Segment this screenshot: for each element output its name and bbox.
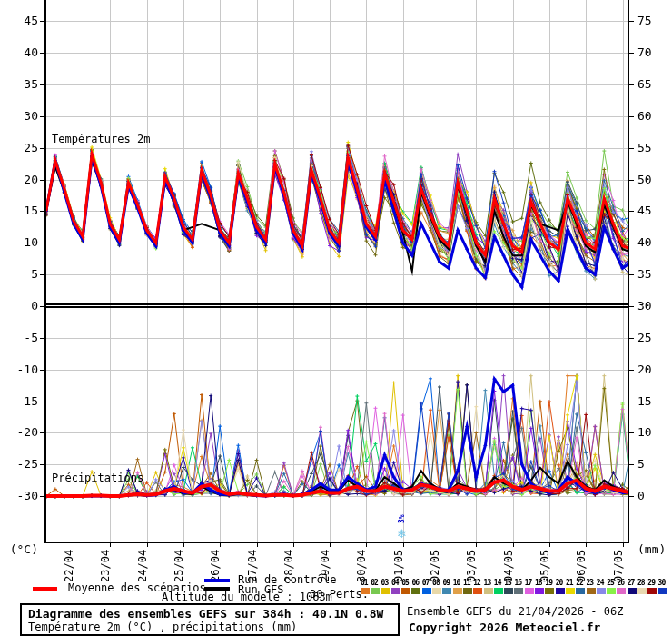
x-axis-date-label: 03/05: [466, 546, 478, 582]
perturbation-number: 24: [597, 579, 604, 587]
perturbation-color-swatch: [371, 588, 380, 594]
footer-box: Diagramme des ensembles GEFS sur 384h : …: [20, 603, 400, 636]
perturbation-number: 21: [566, 579, 573, 587]
perturbation-number: 11: [463, 579, 470, 587]
perturbation-item: 19: [545, 579, 555, 594]
perturbation-color-swatch: [453, 588, 462, 594]
perturbation-color-swatch: [494, 588, 503, 594]
right-axis-tick-label: 30: [637, 300, 672, 313]
perturbation-item: 14: [494, 579, 504, 594]
x-axis-date-label: 06/05: [576, 546, 588, 582]
perturbation-number: 14: [494, 579, 501, 587]
perturbation-number: 13: [484, 579, 491, 587]
perturbation-number: 03: [381, 579, 389, 587]
perturbation-item: 01: [361, 579, 371, 594]
perturbation-color-swatch: [647, 588, 657, 594]
footer-title: Diagramme des ensembles GEFS sur 384h : …: [28, 607, 383, 621]
perturbation-color-swatch: [391, 588, 400, 594]
run-info: Ensemble GEFS du 21/04/2026 - 06Z: [407, 605, 623, 618]
left-axis-tick-label: 20: [0, 174, 38, 186]
perturbation-item: 28: [637, 579, 647, 594]
perturbation-number: 16: [514, 579, 521, 587]
perturbation-color-swatch: [535, 588, 544, 594]
perturbation-color-swatch: [658, 588, 667, 594]
perturbation-item: 27: [628, 579, 637, 594]
snowflake-icon: ❄: [397, 527, 407, 541]
perturbation-item: 09: [442, 579, 452, 594]
x-axis-date-label: 07/05: [613, 546, 625, 582]
left-axis-tick-label: -15: [0, 395, 38, 408]
x-axis-date-label: 23/04: [100, 546, 112, 582]
right-axis-tick-label: 75: [637, 15, 672, 27]
perturbation-number: 18: [535, 579, 542, 587]
perturbation-color-swatch: [432, 588, 441, 594]
perturbation-item: 02: [371, 579, 380, 594]
footer-subtitle: Température 2m (°C) , précipitations (mm…: [28, 621, 297, 633]
mean-line-swatch: [33, 587, 57, 591]
perturbation-color-swatch: [576, 588, 585, 594]
perturbation-color-swatch: [556, 588, 565, 594]
perturbation-item: 06: [411, 579, 421, 594]
left-axis-tick-label: 0: [0, 300, 38, 313]
right-axis-tick-label: 35: [637, 268, 672, 281]
left-axis-tick-label: 40: [0, 46, 38, 59]
perturbation-color-swatch: [484, 588, 493, 594]
left-axis-tick-label: -10: [0, 363, 38, 376]
perturbation-number: 28: [637, 579, 645, 587]
left-axis-tick-label: 15: [0, 204, 38, 217]
x-axis-date-label: 01/05: [393, 546, 405, 582]
perturbation-item: 07: [422, 579, 432, 594]
left-axis-tick-label: 45: [0, 15, 38, 27]
right-axis-tick-label: 60: [637, 110, 672, 123]
perturbation-item: 23: [587, 579, 597, 594]
perturbation-item: 22: [576, 579, 586, 594]
left-axis-tick-label: -25: [0, 458, 38, 471]
altitude-note: Altitude du modele : 1063m: [162, 591, 332, 603]
perturbation-color-swatch: [587, 588, 596, 594]
right-axis-tick-label: 55: [637, 142, 672, 154]
left-axis-tick-label: 10: [0, 236, 38, 249]
perturbation-number: 12: [473, 579, 480, 587]
perturbation-number: 26: [617, 579, 624, 587]
perturbation-item: 13: [484, 579, 494, 594]
left-axis-tick-label: -30: [0, 490, 38, 502]
perturbation-item: 20: [556, 579, 566, 594]
perturbation-item: 15: [504, 579, 514, 594]
perturbation-color-swatch: [463, 588, 472, 594]
right-axis-tick-label: 0: [637, 490, 672, 502]
perturbation-item: 16: [514, 579, 524, 594]
right-axis-tick-label: 5: [637, 458, 672, 471]
right-axis-tick-label: 65: [637, 78, 672, 91]
left-axis-tick-label: -20: [0, 426, 38, 439]
right-axis-tick-label: 15: [637, 395, 672, 408]
snow-probability-label: 3%: [398, 514, 406, 523]
perturbation-color-swatch: [473, 588, 482, 594]
perturbation-color-swatch: [545, 588, 554, 594]
x-axis-date-label: 02/05: [430, 546, 441, 582]
ensemble-plot-canvas: [0, 0, 672, 636]
precipitation-panel-label: Précipitations: [52, 472, 143, 484]
perturbation-color-swatch: [504, 588, 513, 594]
perturbation-item: 05: [401, 579, 411, 594]
perturbation-number: 25: [607, 579, 614, 587]
perturbation-number: 27: [628, 579, 635, 587]
perturbation-color-swatch: [525, 588, 534, 594]
perturbation-number: 30: [658, 579, 666, 587]
left-axis-tick-label: -5: [0, 332, 38, 344]
x-axis-date-label: 22/04: [64, 546, 75, 582]
perturbation-number: 15: [504, 579, 511, 587]
perturbation-item: 12: [473, 579, 483, 594]
left-axis-tick-label: 5: [0, 268, 38, 281]
perturbation-item: 10: [453, 579, 463, 594]
perturbation-color-swatch: [411, 588, 420, 594]
perturbation-number: 04: [391, 579, 399, 587]
right-axis-unit: (mm): [637, 543, 672, 556]
x-axis-date-label: 30/04: [356, 546, 368, 582]
left-axis-tick-label: 35: [0, 78, 38, 91]
perturbation-number: 10: [453, 579, 460, 587]
right-axis-tick-label: 10: [637, 426, 672, 439]
perturbation-color-swatch: [566, 588, 575, 594]
perturbation-color-swatch: [381, 588, 390, 594]
perturbation-color-swatch: [617, 588, 626, 594]
perturbation-color-swatch: [422, 588, 431, 594]
